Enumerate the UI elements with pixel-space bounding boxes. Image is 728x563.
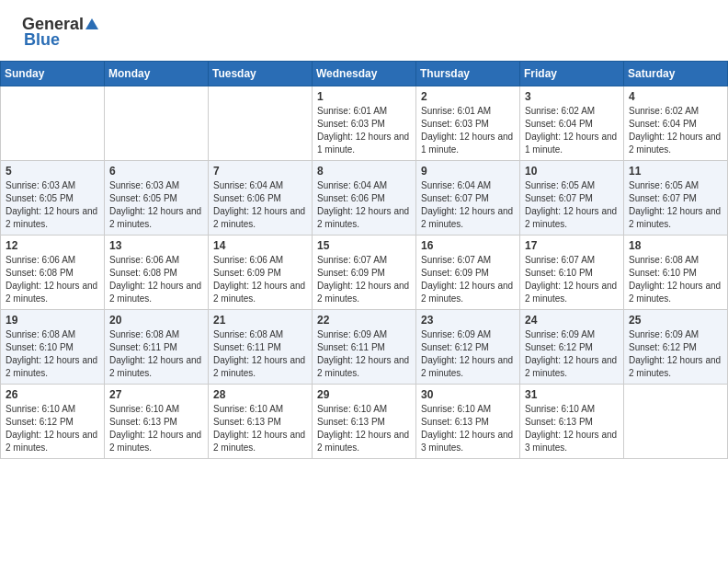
weekday-header: Friday [520,62,624,86]
calendar-cell: 16Sunrise: 6:07 AM Sunset: 6:09 PM Dayli… [416,236,520,310]
weekday-header: Thursday [416,62,520,86]
day-info: Sunrise: 6:05 AM Sunset: 6:07 PM Dayligh… [629,179,722,231]
calendar-cell: 31Sunrise: 6:10 AM Sunset: 6:13 PM Dayli… [520,385,624,459]
day-number: 5 [6,165,99,178]
weekday-header: Wednesday [313,62,416,86]
day-number: 2 [421,90,515,103]
day-info: Sunrise: 6:06 AM Sunset: 6:09 PM Dayligh… [213,254,307,305]
day-number: 19 [6,314,99,327]
day-info: Sunrise: 6:08 AM Sunset: 6:11 PM Dayligh… [109,328,203,380]
day-info: Sunrise: 6:09 AM Sunset: 6:11 PM Dayligh… [317,328,411,380]
day-info: Sunrise: 6:05 AM Sunset: 6:07 PM Dayligh… [525,179,619,231]
day-number: 6 [109,165,203,178]
day-number: 18 [629,239,722,252]
calendar-header: SundayMondayTuesdayWednesdayThursdayFrid… [1,62,728,86]
day-number: 17 [525,239,619,252]
day-number: 4 [629,90,722,103]
calendar-table: SundayMondayTuesdayWednesdayThursdayFrid… [0,61,728,459]
day-number: 28 [213,388,307,401]
day-number: 12 [6,239,99,252]
day-number: 31 [525,388,619,401]
logo: General Blue [22,15,100,50]
day-info: Sunrise: 6:10 AM Sunset: 6:13 PM Dayligh… [317,403,411,454]
calendar-cell [105,86,209,161]
calendar-cell: 18Sunrise: 6:08 AM Sunset: 6:10 PM Dayli… [624,236,728,310]
calendar-cell [624,385,728,459]
calendar-cell: 10Sunrise: 6:05 AM Sunset: 6:07 PM Dayli… [520,161,624,236]
day-info: Sunrise: 6:08 AM Sunset: 6:10 PM Dayligh… [6,328,99,380]
day-number: 22 [317,314,411,327]
day-info: Sunrise: 6:02 AM Sunset: 6:04 PM Dayligh… [629,105,722,156]
calendar-cell [209,86,313,161]
day-info: Sunrise: 6:07 AM Sunset: 6:09 PM Dayligh… [317,254,411,305]
day-info: Sunrise: 6:08 AM Sunset: 6:10 PM Dayligh… [629,254,722,305]
day-info: Sunrise: 6:10 AM Sunset: 6:12 PM Dayligh… [6,403,99,454]
calendar-cell: 26Sunrise: 6:10 AM Sunset: 6:12 PM Dayli… [1,385,105,459]
day-info: Sunrise: 6:04 AM Sunset: 6:07 PM Dayligh… [421,179,515,231]
calendar-cell: 27Sunrise: 6:10 AM Sunset: 6:13 PM Dayli… [105,385,209,459]
day-number: 11 [629,165,722,178]
calendar-cell: 5Sunrise: 6:03 AM Sunset: 6:05 PM Daylig… [1,161,105,236]
weekday-header: Sunday [1,62,105,86]
day-number: 25 [629,314,722,327]
calendar-cell: 30Sunrise: 6:10 AM Sunset: 6:13 PM Dayli… [416,385,520,459]
day-info: Sunrise: 6:06 AM Sunset: 6:08 PM Dayligh… [109,254,203,305]
calendar-cell: 9Sunrise: 6:04 AM Sunset: 6:07 PM Daylig… [416,161,520,236]
day-number: 9 [421,165,515,178]
day-info: Sunrise: 6:10 AM Sunset: 6:13 PM Dayligh… [421,403,515,454]
calendar-cell: 17Sunrise: 6:07 AM Sunset: 6:10 PM Dayli… [520,236,624,310]
calendar-cell: 22Sunrise: 6:09 AM Sunset: 6:11 PM Dayli… [313,310,416,385]
day-number: 7 [213,165,307,178]
calendar-cell: 4Sunrise: 6:02 AM Sunset: 6:04 PM Daylig… [624,86,728,161]
calendar-cell: 19Sunrise: 6:08 AM Sunset: 6:10 PM Dayli… [1,310,105,385]
day-info: Sunrise: 6:10 AM Sunset: 6:13 PM Dayligh… [213,403,307,454]
day-number: 14 [213,239,307,252]
calendar-cell: 21Sunrise: 6:08 AM Sunset: 6:11 PM Dayli… [209,310,313,385]
day-number: 24 [525,314,619,327]
calendar-cell: 29Sunrise: 6:10 AM Sunset: 6:13 PM Dayli… [313,385,416,459]
day-info: Sunrise: 6:09 AM Sunset: 6:12 PM Dayligh… [629,328,722,380]
weekday-header: Tuesday [209,62,313,86]
calendar-cell [1,86,105,161]
day-info: Sunrise: 6:01 AM Sunset: 6:03 PM Dayligh… [317,105,411,156]
day-number: 8 [317,165,411,178]
calendar-cell: 11Sunrise: 6:05 AM Sunset: 6:07 PM Dayli… [624,161,728,236]
day-number: 26 [6,388,99,401]
day-info: Sunrise: 6:01 AM Sunset: 6:03 PM Dayligh… [421,105,515,156]
logo-triangle-icon [85,18,98,29]
day-number: 29 [317,388,411,401]
day-number: 13 [109,239,203,252]
day-info: Sunrise: 6:02 AM Sunset: 6:04 PM Dayligh… [525,105,619,156]
day-info: Sunrise: 6:03 AM Sunset: 6:05 PM Dayligh… [6,179,99,231]
day-number: 15 [317,239,411,252]
calendar-cell: 7Sunrise: 6:04 AM Sunset: 6:06 PM Daylig… [209,161,313,236]
logo-blue: Blue [22,30,60,50]
day-info: Sunrise: 6:04 AM Sunset: 6:06 PM Dayligh… [317,179,411,231]
day-info: Sunrise: 6:09 AM Sunset: 6:12 PM Dayligh… [525,328,619,380]
day-number: 16 [421,239,515,252]
day-number: 23 [421,314,515,327]
calendar-cell: 14Sunrise: 6:06 AM Sunset: 6:09 PM Dayli… [209,236,313,310]
calendar-cell: 1Sunrise: 6:01 AM Sunset: 6:03 PM Daylig… [313,86,416,161]
day-number: 20 [109,314,203,327]
calendar-cell: 25Sunrise: 6:09 AM Sunset: 6:12 PM Dayli… [624,310,728,385]
weekday-header: Saturday [624,62,728,86]
day-number: 30 [421,388,515,401]
day-info: Sunrise: 6:09 AM Sunset: 6:12 PM Dayligh… [421,328,515,380]
calendar-cell: 28Sunrise: 6:10 AM Sunset: 6:13 PM Dayli… [209,385,313,459]
calendar-cell: 15Sunrise: 6:07 AM Sunset: 6:09 PM Dayli… [313,236,416,310]
day-info: Sunrise: 6:06 AM Sunset: 6:08 PM Dayligh… [6,254,99,305]
day-number: 10 [525,165,619,178]
weekday-header: Monday [105,62,209,86]
day-number: 21 [213,314,307,327]
calendar-cell: 23Sunrise: 6:09 AM Sunset: 6:12 PM Dayli… [416,310,520,385]
calendar-cell: 3Sunrise: 6:02 AM Sunset: 6:04 PM Daylig… [520,86,624,161]
day-number: 27 [109,388,203,401]
calendar-cell: 12Sunrise: 6:06 AM Sunset: 6:08 PM Dayli… [1,236,105,310]
calendar-cell: 8Sunrise: 6:04 AM Sunset: 6:06 PM Daylig… [313,161,416,236]
calendar-cell: 2Sunrise: 6:01 AM Sunset: 6:03 PM Daylig… [416,86,520,161]
day-info: Sunrise: 6:04 AM Sunset: 6:06 PM Dayligh… [213,179,307,231]
page-header: General Blue [0,0,728,53]
day-info: Sunrise: 6:07 AM Sunset: 6:10 PM Dayligh… [525,254,619,305]
calendar-cell: 20Sunrise: 6:08 AM Sunset: 6:11 PM Dayli… [105,310,209,385]
